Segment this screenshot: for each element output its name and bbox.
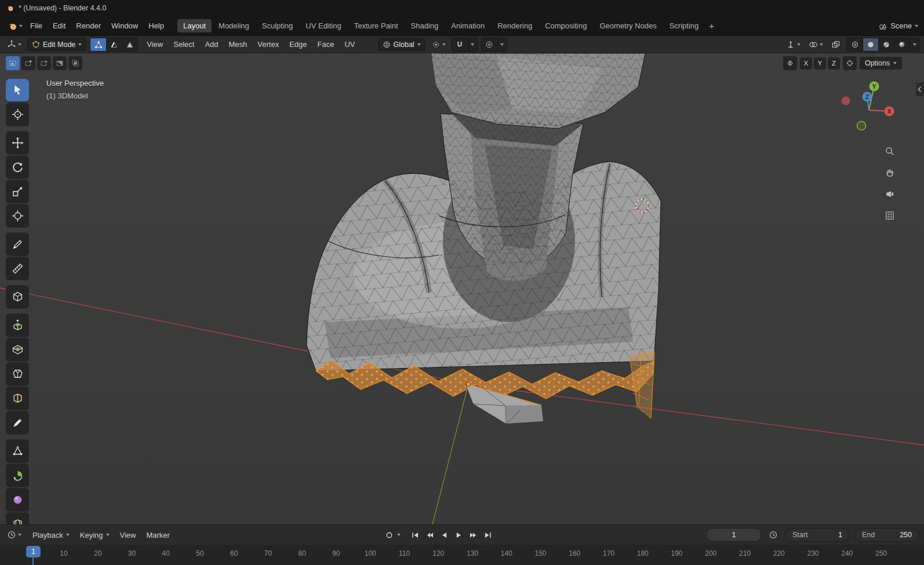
tool-button[interactable] [6, 363, 29, 385]
tool-button[interactable] [6, 156, 29, 178]
tool-button[interactable] [6, 440, 29, 462]
mirror-button[interactable] [783, 56, 797, 70]
workspace-tab[interactable]: Texture Paint [348, 19, 404, 32]
face-select-button[interactable] [122, 38, 137, 51]
play-button[interactable] [452, 528, 465, 541]
workspace-tab[interactable]: Scripting [664, 19, 705, 32]
pan-button[interactable] [882, 165, 897, 180]
tool-button[interactable] [6, 314, 29, 337]
shading-material-button[interactable] [878, 38, 894, 51]
sidebar-toggle[interactable] [916, 82, 924, 96]
snap-options-button[interactable] [468, 38, 477, 51]
tool-button[interactable] [6, 132, 29, 154]
shading-wireframe-button[interactable] [847, 38, 863, 51]
tool-button[interactable] [6, 513, 29, 524]
gizmo-z-positive-ball[interactable]: Z [863, 92, 872, 102]
preview-range-toggle[interactable] [766, 528, 780, 541]
tool-button[interactable] [6, 464, 29, 487]
new-selection-button[interactable] [6, 56, 20, 70]
workspace-tab[interactable]: Layout [177, 19, 212, 32]
vertex-select-button[interactable] [90, 38, 106, 51]
options-button[interactable]: Options [860, 57, 902, 70]
workspace-tab[interactable]: Shading [405, 19, 445, 32]
ortho-toggle-button[interactable] [882, 208, 897, 223]
tool-button[interactable] [6, 79, 29, 101]
timeline-editor-type-button[interactable] [5, 528, 24, 541]
tool-button[interactable] [6, 180, 29, 203]
proportional-edit-toggle[interactable] [482, 38, 497, 51]
snap-toggle[interactable] [452, 38, 468, 51]
jump-to-start-button[interactable] [409, 528, 422, 541]
workspace-tab[interactable]: Modeling [213, 19, 255, 32]
tool-button[interactable] [6, 257, 29, 280]
workspace-tab[interactable]: Rendering [492, 19, 538, 32]
shading-options-button[interactable] [910, 38, 919, 51]
tool-button[interactable] [6, 338, 29, 361]
workspace-tab[interactable]: Sculpting [256, 19, 299, 32]
timeline-menu-item[interactable]: Keying [75, 528, 115, 542]
end-frame-field[interactable]: End 250 [854, 528, 919, 542]
zoom-button[interactable] [882, 144, 897, 159]
tool-button[interactable] [6, 205, 29, 227]
timeline-menu-item[interactable]: View [115, 528, 141, 542]
mirror-axis-button[interactable]: X [800, 57, 812, 70]
mirror-axis-button[interactable]: Z [828, 57, 840, 70]
snap-target-button[interactable] [843, 56, 857, 70]
workspace-tab[interactable]: UV Editing [300, 19, 347, 32]
show-gizmo-button[interactable] [784, 38, 803, 51]
viewport-menu-item[interactable]: Face [312, 38, 340, 51]
gizmo-x-positive-ball[interactable]: X [885, 107, 894, 116]
tool-button[interactable] [6, 286, 29, 308]
navigation-gizmo[interactable]: Y Z X [837, 80, 901, 138]
menu-item[interactable]: File [25, 19, 48, 32]
add-workspace-button[interactable]: + [704, 20, 719, 32]
timeline-ruler[interactable]: 1020304050607080901001101201301401501601… [0, 545, 924, 565]
tool-button[interactable] [6, 233, 29, 256]
tool-button[interactable] [6, 387, 29, 410]
camera-view-button[interactable] [882, 187, 897, 202]
menu-item[interactable]: Edit [48, 19, 71, 32]
transform-orientation-selector[interactable]: Global [378, 38, 425, 51]
gizmo-y-negative-ball[interactable] [857, 122, 866, 130]
mode-selector[interactable]: Edit Mode [27, 38, 86, 51]
playhead[interactable]: 1 [26, 546, 41, 557]
viewport-menu-item[interactable]: Mesh [224, 38, 253, 51]
auto-key-options-caret[interactable] [397, 534, 401, 536]
overlays-button[interactable] [806, 38, 825, 51]
timeline-menu-item[interactable]: Playback [27, 528, 75, 542]
menu-item[interactable]: Render [71, 19, 106, 32]
tool-button[interactable] [6, 489, 29, 511]
blender-menu-button[interactable] [5, 20, 25, 32]
viewport-menu-item[interactable]: Vertex [252, 38, 284, 51]
viewport-menu-item[interactable]: Edge [284, 38, 312, 51]
edge-select-button[interactable] [106, 38, 122, 51]
viewport-menu-item[interactable]: View [141, 38, 168, 51]
3d-viewport[interactable]: XYZ Options User Perspective (1) 3DModel [0, 53, 924, 524]
start-frame-field[interactable]: Start 1 [785, 528, 850, 542]
workspace-tab[interactable]: Compositing [539, 19, 592, 32]
subtract-selection-button[interactable] [37, 56, 51, 70]
gizmo-y-positive-ball[interactable]: Y [870, 82, 879, 92]
viewport-menu-item[interactable]: UV [339, 38, 360, 51]
jump-to-end-button[interactable] [481, 528, 494, 541]
viewport-menu-item[interactable]: Select [168, 38, 199, 51]
auto-keying-toggle[interactable] [383, 528, 396, 541]
invert-selection-button[interactable] [53, 56, 67, 70]
previous-keyframe-button[interactable] [423, 528, 436, 541]
shading-rendered-button[interactable] [894, 38, 910, 51]
shading-solid-button[interactable] [863, 38, 878, 51]
gizmo-x-negative-ball[interactable] [842, 97, 850, 105]
xray-toggle[interactable] [829, 38, 843, 51]
viewport-menu-item[interactable]: Add [199, 38, 223, 51]
menu-item[interactable]: Help [143, 19, 169, 32]
next-keyframe-button[interactable] [467, 528, 480, 541]
pivot-point-selector[interactable] [429, 38, 448, 51]
workspace-tab[interactable]: Animation [445, 19, 490, 32]
scene-selector[interactable]: Scene [878, 21, 919, 31]
current-frame-field[interactable]: 1 [706, 528, 762, 542]
intersect-selection-button[interactable] [68, 56, 82, 70]
editor-type-button[interactable] [5, 38, 24, 51]
play-reverse-button[interactable] [438, 528, 451, 541]
tool-button[interactable] [6, 103, 29, 126]
proportional-falloff-button[interactable] [497, 38, 507, 51]
